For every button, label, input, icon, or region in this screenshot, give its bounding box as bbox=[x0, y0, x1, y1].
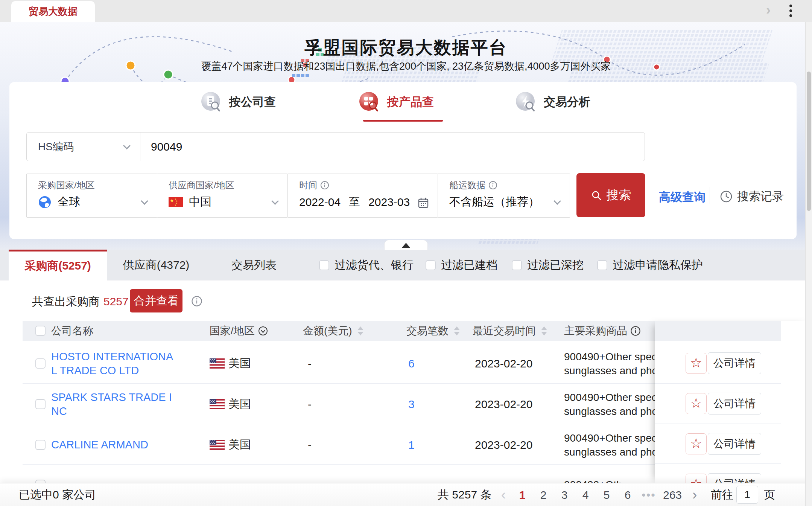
header-last-date: 最近交易时间 bbox=[473, 321, 547, 341]
checkbox-icon bbox=[426, 260, 436, 270]
analysis-icon bbox=[515, 91, 537, 113]
scrollbar-thumb[interactable] bbox=[807, 72, 811, 211]
page-subtitle: 覆盖47个国家进口数据和23国出口数据,包含200个国家, 23亿条贸易数据,4… bbox=[0, 59, 812, 73]
svg-text:★: ★ bbox=[170, 198, 174, 203]
scrollbar-track[interactable] bbox=[805, 22, 812, 506]
page-3[interactable]: 3 bbox=[557, 483, 572, 506]
last-date-cell: 2023-02-20 bbox=[475, 343, 532, 384]
results-content: 共查出采购商 5257 条 合并查看 公司名称 国家/地区 金 bbox=[0, 280, 812, 483]
page-263[interactable]: 263 bbox=[663, 483, 682, 506]
shipping-label: 船运数据 bbox=[449, 179, 485, 191]
filter-deep-mined-checkbox[interactable]: 过滤已深挖 bbox=[512, 250, 584, 280]
calendar-icon bbox=[417, 197, 429, 209]
page-1[interactable]: 1 bbox=[515, 483, 530, 506]
header-company: 公司名称 bbox=[51, 321, 93, 341]
kebab-menu-icon[interactable] bbox=[789, 5, 792, 17]
time-range-picker[interactable]: 时间 2022-04 至 2023-03 bbox=[287, 174, 438, 218]
filter-privacy-checkbox[interactable]: 过滤申请隐私保护 bbox=[597, 250, 703, 280]
chevron-down-icon bbox=[123, 142, 131, 149]
last-date-cell: 2023-02-20 bbox=[475, 425, 532, 465]
company-detail-button[interactable]: 公司详情 bbox=[708, 352, 761, 374]
page-5[interactable]: 5 bbox=[599, 483, 614, 506]
time-to-value: 2023-03 bbox=[368, 196, 410, 209]
tab-suppliers[interactable]: 供应商(4372) bbox=[113, 250, 199, 280]
page-ellipsis[interactable]: ••• bbox=[641, 483, 656, 506]
tab-transactions[interactable]: 交易列表 bbox=[218, 250, 290, 280]
row-checkbox[interactable] bbox=[35, 358, 46, 369]
favorite-star-button[interactable]: ☆ bbox=[686, 393, 707, 414]
company-detail-button[interactable]: 公司详情 bbox=[708, 433, 761, 455]
browser-tab[interactable]: 贸易大数据 bbox=[11, 1, 95, 22]
chevron-down-icon bbox=[141, 197, 148, 205]
total-count-text: 共 5257 条 bbox=[438, 483, 491, 506]
svg-text:★: ★ bbox=[175, 204, 176, 206]
tab-trade-analysis[interactable]: 交易分析 bbox=[515, 91, 590, 113]
fixed-column-header bbox=[655, 321, 781, 341]
amount-cell: - bbox=[308, 425, 312, 465]
country-cell: 美国 bbox=[228, 343, 251, 384]
star-icon: ☆ bbox=[690, 356, 702, 370]
tab-buyers[interactable]: 采购商(5257) bbox=[9, 250, 107, 280]
buyer-country-select[interactable]: 采购国家/地区 全球 bbox=[26, 174, 157, 218]
company-detail-button[interactable]: 公司详情 bbox=[708, 473, 761, 483]
hs-type-select[interactable]: HS编码 bbox=[26, 132, 140, 161]
tab-search-by-company[interactable]: 按公司查 bbox=[201, 91, 276, 113]
filter-forwarders-banks-checkbox[interactable]: 过滤货代、银行 bbox=[319, 250, 414, 280]
search-history-link[interactable]: 搜索记录 bbox=[720, 189, 784, 204]
result-count: 5257 bbox=[103, 295, 129, 308]
product-search-icon bbox=[359, 91, 380, 113]
advanced-query-link[interactable]: 高级查询 bbox=[659, 189, 706, 205]
page-2[interactable]: 2 bbox=[536, 483, 551, 506]
star-icon: ☆ bbox=[690, 477, 702, 483]
filter-archived-checkbox[interactable]: 过滤已建档 bbox=[426, 250, 497, 280]
row-checkbox[interactable] bbox=[35, 399, 46, 409]
next-page-button[interactable]: › bbox=[687, 483, 702, 506]
search-button[interactable]: 搜索 bbox=[576, 173, 645, 217]
us-flag-icon bbox=[210, 399, 225, 409]
hs-type-label: HS编码 bbox=[38, 140, 74, 154]
info-icon bbox=[488, 181, 497, 190]
browser-tab-title: 贸易大数据 bbox=[29, 5, 78, 18]
forward-icon[interactable]: › bbox=[766, 2, 771, 18]
company-link[interactable]: SPARK STARS TRADE I NC bbox=[51, 384, 175, 424]
page-6[interactable]: 6 bbox=[620, 483, 635, 506]
sort-last-date[interactable] bbox=[541, 326, 547, 335]
company-link[interactable]: CARLINE ARMAND bbox=[51, 425, 175, 465]
company-link[interactable]: HOSTO INTERNATIONA L TRADE CO LTD bbox=[51, 343, 175, 384]
buyer-country-value: 全球 bbox=[58, 194, 80, 210]
merge-view-button[interactable]: 合并查看 bbox=[130, 289, 182, 312]
page-4[interactable]: 4 bbox=[578, 483, 593, 506]
globe-icon bbox=[38, 195, 52, 209]
prev-page-button[interactable]: ‹ bbox=[496, 483, 511, 506]
favorite-star-button[interactable]: ☆ bbox=[686, 433, 707, 454]
goto-page-input[interactable] bbox=[736, 486, 758, 504]
hs-code-input[interactable] bbox=[140, 132, 645, 161]
transactions-link[interactable]: 1 bbox=[408, 425, 415, 465]
sort-amount[interactable] bbox=[357, 326, 363, 335]
row-checkbox[interactable] bbox=[35, 440, 46, 450]
shipping-data-select[interactable]: 船运数据 不含船运（推荐） bbox=[438, 174, 570, 218]
favorite-star-button[interactable]: ☆ bbox=[686, 474, 707, 483]
supplier-country-select[interactable]: 供应商国家/地区 ★ ★ ★ ★ ★ 中国 bbox=[157, 174, 288, 218]
header-country: 国家/地区 bbox=[210, 321, 268, 341]
row-checkbox[interactable] bbox=[35, 480, 46, 483]
select-all-checkbox[interactable] bbox=[35, 326, 46, 336]
collapse-search-button[interactable] bbox=[384, 240, 428, 250]
sort-transactions[interactable] bbox=[454, 326, 460, 335]
row-actions: ☆ 公司详情 bbox=[655, 424, 781, 464]
clock-icon bbox=[720, 190, 733, 203]
selected-count-text: 已选中0 家公司 bbox=[19, 483, 96, 506]
footer-bar: 已选中0 家公司 共 5257 条 ‹ 1 2 3 4 5 6 ••• 263 … bbox=[0, 483, 812, 506]
amount-cell: - bbox=[308, 343, 312, 384]
info-icon bbox=[630, 326, 641, 336]
transactions-link[interactable]: 3 bbox=[408, 384, 415, 424]
us-flag-icon bbox=[210, 440, 225, 450]
favorite-star-button[interactable]: ☆ bbox=[686, 353, 707, 374]
tab-search-by-product[interactable]: 按产品查 bbox=[359, 91, 434, 113]
company-detail-button[interactable]: 公司详情 bbox=[708, 393, 761, 415]
shipping-value: 不含船运（推荐） bbox=[449, 194, 540, 210]
row-actions: ☆ 公司详情 bbox=[655, 384, 781, 424]
country-filter-icon[interactable] bbox=[258, 326, 268, 336]
transactions-link[interactable]: 6 bbox=[408, 343, 415, 384]
country-cell: 美国 bbox=[228, 425, 251, 465]
